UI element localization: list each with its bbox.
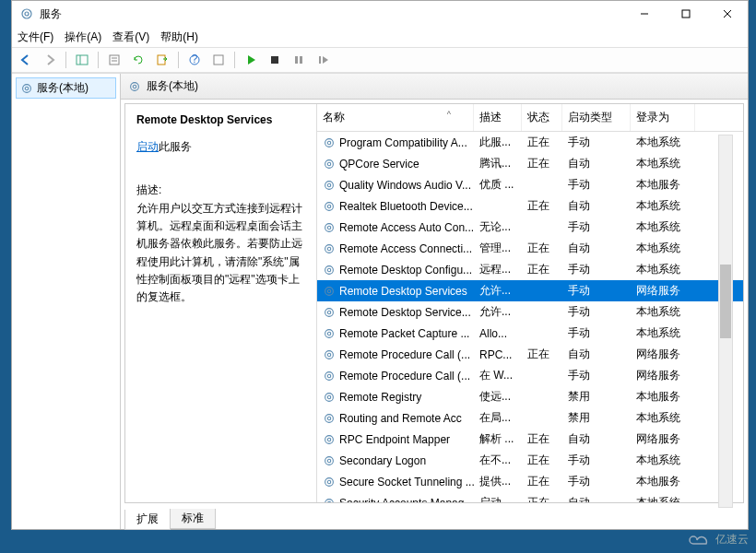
service-row[interactable]: Remote Packet Capture ...Allo...手动本地系统 [317, 323, 743, 344]
menu-action[interactable]: 操作(A) [65, 29, 101, 45]
refresh-icon[interactable] [128, 50, 148, 70]
svg-point-42 [327, 332, 331, 335]
svg-point-56 [327, 480, 331, 484]
col-startup[interactable]: 启动类型 [562, 104, 631, 131]
view-icon[interactable] [208, 50, 229, 70]
services-window: 服务 文件(F) 操作(A) 查看(V) 帮助(H) ? [11, 0, 749, 530]
svg-point-52 [327, 438, 331, 441]
svg-point-30 [327, 205, 331, 208]
forward-button[interactable] [40, 50, 60, 70]
service-row[interactable]: Routing and Remote Acc在局...禁用本地系统 [317, 407, 743, 429]
service-row[interactable]: Program Compatibility A...此服...正在手动本地系统 [317, 132, 743, 153]
svg-text:?: ? [192, 53, 198, 65]
menu-help[interactable]: 帮助(H) [160, 29, 198, 45]
svg-point-19 [23, 84, 31, 92]
svg-point-0 [22, 9, 31, 18]
minimize-button[interactable] [623, 1, 665, 27]
svg-point-39 [325, 308, 334, 316]
service-row[interactable]: Remote Registry使远...禁用本地服务 [317, 386, 743, 407]
services-list: 名称^ 描述 状态 启动类型 登录为 Program Compatibility… [317, 104, 743, 502]
tab-standard[interactable]: 标准 [170, 509, 216, 529]
titlebar[interactable]: 服务 [12, 1, 748, 27]
svg-point-46 [327, 374, 331, 378]
service-row[interactable]: Realtek Bluetooth Device...正在自动本地系统 [317, 195, 743, 217]
svg-point-21 [131, 82, 139, 90]
service-row[interactable]: Remote Desktop Services允许...手动网络服务 [317, 280, 743, 301]
maximize-button[interactable] [665, 1, 706, 27]
export-icon[interactable] [152, 50, 172, 70]
view-tabs: 扩展 标准 [121, 507, 748, 529]
service-row[interactable]: Quality Windows Audio V...优质 ...手动本地服务 [317, 174, 743, 195]
service-row[interactable]: RPC Endpoint Mapper解析 ...正在自动网络服务 [317, 429, 743, 450]
svg-rect-3 [682, 10, 690, 18]
svg-point-50 [327, 417, 331, 420]
service-row[interactable]: Remote Procedure Call (...RPC...正在自动网络服务 [317, 344, 743, 365]
console-tree: 服务(本地) [12, 74, 121, 529]
start-service-button[interactable] [241, 50, 261, 70]
service-row[interactable]: Remote Access Auto Con...无论...手动本地系统 [317, 217, 743, 238]
service-row[interactable]: Secure Socket Tunneling ...提供...正在手动本地服务 [317, 471, 743, 492]
col-desc[interactable]: 描述 [474, 104, 522, 131]
svg-point-53 [325, 456, 334, 465]
main-header: 服务(本地) [121, 74, 748, 100]
svg-point-57 [325, 499, 334, 502]
service-row[interactable]: Remote Desktop Service...允许...手动本地系统 [317, 301, 743, 323]
svg-point-37 [325, 287, 334, 295]
description-text: 允许用户以交互方式连接到远程计算机。远程桌面和远程桌面会话主机服务器依赖此服务。… [136, 200, 305, 306]
svg-point-47 [325, 393, 334, 401]
svg-point-55 [325, 477, 334, 486]
svg-rect-18 [319, 56, 321, 64]
service-row[interactable]: Remote Procedure Call (...在 W...手动网络服务 [317, 365, 743, 386]
menu-view[interactable]: 查看(V) [112, 29, 149, 45]
scrollbar-thumb[interactable] [720, 265, 731, 338]
svg-rect-16 [295, 56, 298, 64]
service-row[interactable]: Remote Desktop Configu...远程...正在手动本地系统 [317, 259, 743, 280]
service-row[interactable]: Secondary Logon在不...正在手动本地系统 [317, 450, 743, 471]
detail-pane: Remote Desktop Services 启动此服务 描述: 允许用户以交… [125, 104, 317, 502]
tree-node-services-local[interactable]: 服务(本地) [16, 77, 116, 99]
close-button[interactable] [706, 1, 748, 27]
svg-point-41 [325, 329, 334, 337]
svg-point-48 [327, 395, 331, 399]
vertical-scrollbar[interactable] [718, 135, 733, 508]
tab-extended[interactable]: 扩展 [124, 510, 171, 530]
services-app-icon [19, 6, 34, 21]
service-row[interactable]: Remote Access Connecti...管理...正在自动本地系统 [317, 238, 743, 259]
svg-point-23 [325, 138, 334, 147]
svg-point-34 [327, 247, 331, 251]
svg-point-20 [25, 87, 29, 90]
svg-point-58 [327, 501, 331, 502]
svg-point-49 [325, 414, 334, 422]
description-label: 描述: [136, 182, 305, 198]
svg-rect-17 [300, 56, 302, 64]
svg-point-31 [325, 223, 334, 231]
svg-rect-11 [158, 55, 165, 65]
svg-point-24 [327, 141, 331, 145]
col-state[interactable]: 状态 [522, 104, 562, 131]
svg-point-29 [325, 202, 334, 210]
help-icon[interactable]: ? [184, 50, 205, 70]
svg-point-32 [327, 226, 331, 229]
service-row[interactable]: Security Accounts Manag启动...正在自动本地系统 [317, 492, 743, 502]
start-service-link[interactable]: 启动 [136, 140, 159, 153]
svg-point-44 [327, 353, 331, 357]
svg-point-27 [325, 181, 334, 189]
col-logon[interactable]: 登录为 [631, 104, 695, 131]
sort-indicator-icon: ^ [447, 110, 451, 119]
pause-service-button[interactable] [289, 50, 309, 70]
svg-point-51 [325, 435, 334, 443]
selected-service-title: Remote Desktop Services [136, 113, 305, 126]
service-row[interactable]: QPCore Service腾讯...正在自动本地系统 [317, 153, 743, 174]
properties-icon[interactable] [104, 50, 124, 70]
back-button[interactable] [16, 50, 36, 70]
menu-file[interactable]: 文件(F) [18, 29, 53, 45]
restart-service-button[interactable] [313, 50, 333, 70]
window-title: 服务 [40, 6, 623, 22]
svg-point-1 [25, 12, 29, 16]
svg-point-36 [327, 268, 331, 272]
show-hide-tree-button[interactable] [72, 50, 92, 70]
svg-point-25 [325, 159, 334, 168]
col-name[interactable]: 名称^ [317, 104, 474, 131]
svg-point-54 [327, 459, 331, 463]
stop-service-button[interactable] [265, 50, 285, 70]
